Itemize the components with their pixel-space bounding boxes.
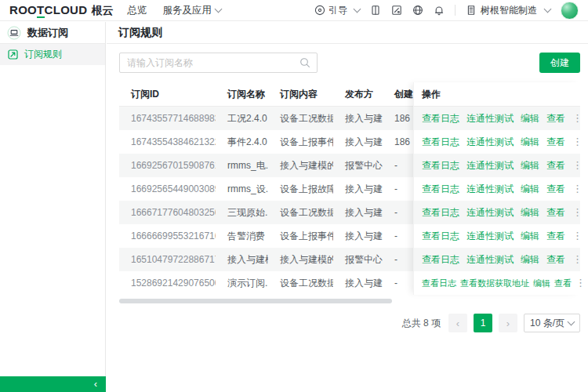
cell-content: 设备上报故障: [268, 177, 333, 201]
cell-name: 工况2.4.0: [216, 107, 268, 130]
workbench-icon[interactable]: [370, 5, 381, 16]
user-avatar[interactable]: [561, 2, 579, 20]
action-link[interactable]: 连通性测试: [466, 201, 514, 224]
sidebar-collapse-button[interactable]: ‹: [0, 376, 106, 392]
cell-publisher: 接入与建模: [333, 201, 383, 224]
more-actions-icon[interactable]: ⋮: [572, 154, 583, 177]
cell-name: 三现原始...: [216, 201, 268, 224]
nav-services-menu[interactable]: 服务及应用: [162, 4, 221, 17]
cell-publisher: 接入与建模: [333, 107, 383, 130]
pagination-prev-button[interactable]: ‹: [448, 314, 467, 332]
create-button[interactable]: 创建: [539, 53, 580, 73]
more-actions-icon[interactable]: ⋮: [572, 248, 583, 271]
table-fixed-actions-column: 操作 查看日志连通性测试编辑查看⋮查看日志连通性测试编辑查看⋮查看日志连通性测试…: [413, 82, 580, 295]
sidebar: 数据订阅 订阅规则 ‹: [0, 22, 106, 392]
search-icon[interactable]: [299, 57, 310, 68]
action-link[interactable]: 连通性测试: [466, 224, 514, 248]
chevron-down-icon: [544, 5, 552, 13]
sidebar-item-subscription-rules[interactable]: 订阅规则: [0, 44, 105, 65]
action-link[interactable]: 连通性测试: [466, 248, 514, 271]
action-link[interactable]: 编辑: [533, 271, 550, 295]
chevron-left-icon: ‹: [94, 377, 97, 391]
action-link[interactable]: 编辑: [521, 154, 539, 177]
action-link[interactable]: 查看日志: [422, 130, 459, 154]
pagination-next-button[interactable]: ›: [499, 314, 517, 332]
more-actions-icon[interactable]: ⋮: [572, 224, 583, 248]
more-actions-icon[interactable]: ⋮: [575, 271, 586, 295]
action-link[interactable]: 查看: [546, 201, 565, 224]
action-link[interactable]: 查看日志: [422, 201, 459, 224]
nav-overview[interactable]: 总览: [127, 4, 147, 17]
action-link[interactable]: 编辑: [521, 224, 539, 248]
action-link[interactable]: 查看日志: [422, 224, 459, 248]
cell-publisher: 接入与建模: [333, 130, 383, 154]
action-link[interactable]: 查看: [546, 248, 565, 271]
globe-icon[interactable]: [412, 5, 423, 16]
action-link[interactable]: 查看日志: [422, 177, 459, 201]
cell-content: 设备上报事件: [268, 224, 333, 248]
data-subscription-icon: [7, 26, 21, 40]
table-row: 1528692142907650050演示订阅...设备工况数据接入与建模-: [119, 271, 414, 295]
scrollbar-thumb[interactable]: [119, 299, 392, 303]
logo-cn: 根云: [91, 4, 113, 18]
action-link[interactable]: 连通性测试: [466, 130, 514, 154]
page-size-select[interactable]: 10 条/页: [524, 314, 580, 332]
sidebar-title: 数据订阅: [27, 26, 68, 40]
cell-created: -: [383, 201, 414, 224]
more-actions-icon[interactable]: ⋮: [572, 107, 583, 130]
action-link[interactable]: 查看日志: [422, 107, 459, 130]
action-link[interactable]: 查看: [554, 271, 572, 295]
cell-content: 设备工况数据: [268, 271, 333, 295]
action-link[interactable]: 查看: [546, 177, 565, 201]
action-link[interactable]: 查看: [546, 130, 565, 154]
table-row-actions: 查看日志连通性测试编辑查看⋮: [414, 177, 580, 201]
bell-icon[interactable]: [434, 5, 445, 16]
cell-created: -: [383, 177, 414, 201]
search-input[interactable]: [119, 53, 318, 73]
action-link[interactable]: 编辑: [521, 130, 539, 154]
cell-content: 设备工况数据: [268, 107, 333, 130]
action-link[interactable]: 查看: [546, 224, 565, 248]
more-actions-icon[interactable]: ⋮: [572, 130, 583, 154]
cell-publisher: 报警中心: [333, 248, 383, 271]
guide-menu[interactable]: 引导: [314, 4, 360, 17]
action-link[interactable]: 编辑: [521, 107, 539, 130]
action-link[interactable]: 连通性测试: [466, 177, 514, 201]
action-link[interactable]: 查看日志: [422, 154, 459, 177]
table-row: 1669256701590876161rmms_电...接入与建模的...报警中…: [119, 154, 414, 177]
table-fixed-body: 查看日志连通性测试编辑查看⋮查看日志连通性测试编辑查看⋮查看日志连通性测试编辑查…: [414, 107, 580, 295]
col-header-created: 创建时间: [383, 82, 414, 106]
cell-created: 186: [383, 130, 414, 154]
cell-name: rmms_电...: [216, 154, 268, 177]
action-link[interactable]: 编辑: [521, 248, 539, 271]
console-icon[interactable]: [391, 5, 402, 16]
divider: [455, 5, 456, 16]
action-link[interactable]: 查看: [546, 107, 565, 130]
chevron-down-icon: [568, 318, 575, 326]
more-actions-icon[interactable]: ⋮: [572, 201, 583, 224]
tenant-switcher[interactable]: 树根智能制造: [466, 4, 550, 17]
cell-name: 告警消费: [216, 224, 268, 248]
page-title-bar: 订阅规则: [107, 22, 588, 44]
action-link[interactable]: 查看: [546, 154, 565, 177]
table-row-actions: 查看日志连通性测试编辑查看⋮: [414, 201, 580, 224]
action-link[interactable]: 查看日志: [422, 248, 459, 271]
chevron-down-icon: [214, 5, 222, 13]
cell-id: 1651047972288671745: [119, 248, 216, 271]
logo: ROOTCLOUD 根云: [9, 3, 113, 18]
more-actions-icon[interactable]: ⋮: [572, 177, 583, 201]
cell-publisher: 报警中心: [333, 154, 383, 177]
navbar-right: 引导 树根智能制造: [314, 2, 579, 20]
table-scroll-area: 订阅ID 订阅名称 订阅内容 发布方 创建时间 1674355771468898…: [119, 82, 414, 295]
action-link[interactable]: 编辑: [521, 177, 539, 201]
cell-publisher: 接入与建模: [333, 224, 383, 248]
action-link[interactable]: 查看日志: [422, 271, 456, 295]
main-area: 订阅规则 创建 订阅ID 订阅名称 订阅内容 发布方 创建时间 1674: [107, 22, 588, 392]
action-link[interactable]: 连通性测试: [466, 154, 514, 177]
cell-created: 186: [383, 107, 414, 130]
action-link[interactable]: 编辑: [521, 201, 539, 224]
action-link[interactable]: 连通性测试: [466, 107, 514, 130]
table-row-actions: 查看日志查看数据获取地址编辑查看⋮: [414, 271, 580, 295]
action-link[interactable]: 查看数据获取地址: [460, 271, 529, 295]
pagination-page-1[interactable]: 1: [474, 314, 492, 332]
